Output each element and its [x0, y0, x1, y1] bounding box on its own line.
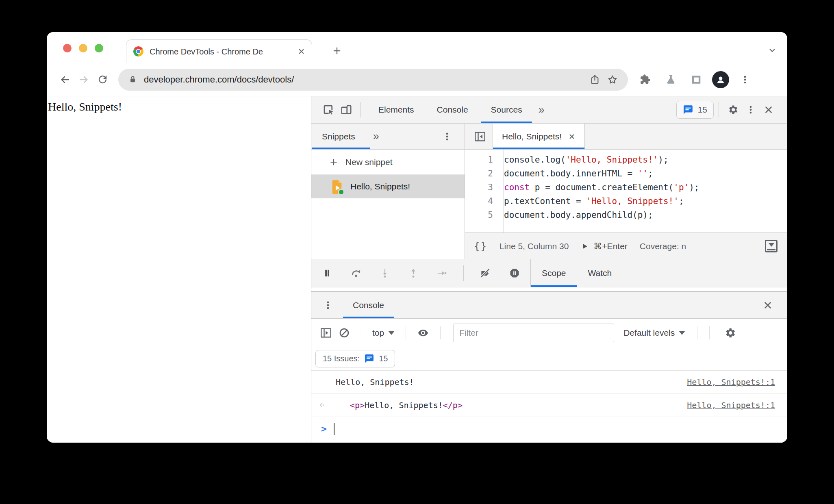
log-levels-selector[interactable]: Default levels [623, 328, 685, 338]
close-window-button[interactable] [63, 44, 72, 52]
source-location-link[interactable]: Hello, Snippets!:1 [687, 377, 775, 387]
drawer-gap [311, 287, 787, 291]
run-icon [581, 243, 588, 250]
divider [697, 326, 697, 339]
snippet-list-item[interactable]: Hello, Snippets! [311, 175, 465, 198]
forward-button[interactable] [74, 70, 93, 89]
quick-source-drawer-icon[interactable] [765, 240, 778, 252]
titlebar: Chrome DevTools - Chrome De [47, 32, 787, 63]
sources-main: New snippet Hello, Snippets! 1console.lo… [311, 150, 787, 259]
source-location-link[interactable]: Hello, Snippets!:1 [687, 400, 775, 410]
console-toolbar: top Default levels [311, 319, 787, 347]
issues-message-icon [364, 354, 374, 364]
console-settings-gear-icon[interactable] [724, 327, 736, 339]
line-number: 1 [465, 153, 498, 167]
debugger-bar: ScopeWatch [311, 259, 787, 287]
divider [406, 326, 406, 339]
code-line[interactable]: 2document.body.innerHTML = ''; [465, 167, 787, 180]
editor-tab[interactable]: Hello, Snippets! [493, 124, 585, 149]
code-line[interactable]: 3const p = document.createElement('p'); [465, 180, 787, 194]
issues-count: 15 [698, 105, 707, 115]
sources-subheader: Snippets » Hello, Snippets! [311, 124, 787, 150]
tab-close-icon[interactable] [298, 48, 305, 55]
code-line[interactable]: 4p.textContent = 'Hello, Snippets!'; [465, 194, 787, 208]
device-toolbar-icon[interactable] [337, 101, 355, 119]
extensions-puzzle-icon[interactable] [635, 70, 655, 89]
tab-elements[interactable]: Elements [367, 96, 426, 123]
inspect-element-icon[interactable] [319, 101, 337, 119]
tab-console-drawer[interactable]: Console [343, 292, 394, 318]
devtools-close-icon[interactable] [760, 101, 778, 119]
tab-console[interactable]: Console [426, 96, 480, 123]
new-snippet-button[interactable]: New snippet [311, 150, 465, 175]
zoom-window-button[interactable] [95, 44, 103, 52]
page-content: Hello, Snippets! [47, 96, 311, 443]
step-out-icon[interactable] [408, 268, 419, 278]
console-drawer: Console top [311, 291, 787, 443]
plus-icon [328, 157, 339, 167]
step-icon[interactable] [437, 268, 447, 278]
browser-window: Chrome DevTools - Chrome De developer.ch… [47, 32, 787, 443]
issues-counter-button[interactable]: 15 [676, 101, 714, 119]
console-sidebar-icon[interactable] [319, 326, 332, 339]
more-sidebar-tabs-chevron[interactable]: » [371, 130, 382, 143]
back-button[interactable] [56, 70, 74, 89]
drawer-close-icon[interactable] [759, 296, 777, 314]
divider [463, 265, 464, 281]
editor-tab-close-icon[interactable] [568, 133, 576, 140]
step-over-icon[interactable] [350, 267, 362, 279]
experiments-flask-icon[interactable] [661, 70, 680, 89]
divider [709, 326, 710, 339]
console-filter-input[interactable] [453, 324, 614, 342]
line-number: 2 [465, 167, 498, 180]
text-cursor [334, 423, 334, 435]
code-editor[interactable]: 1console.log('Hello, Snippets!');2docume… [465, 150, 787, 232]
snippet-file-icon [331, 180, 343, 194]
settings-gear-icon[interactable] [724, 101, 742, 119]
snippets-list: New snippet Hello, Snippets! [311, 150, 465, 259]
console-messages: Hello, Snippets!Hello, Snippets!:1‹·<p>H… [311, 371, 787, 417]
url-bar[interactable]: developer.chrome.com/docs/devtools/ [118, 69, 628, 91]
profile-avatar[interactable] [712, 71, 729, 88]
bookmark-star-icon[interactable] [607, 74, 618, 85]
snippet-saved-dot [338, 189, 345, 196]
pause-on-exceptions-icon[interactable] [509, 267, 520, 279]
browser-tab[interactable]: Chrome DevTools - Chrome De [126, 39, 312, 63]
context-selector[interactable]: top [372, 328, 395, 338]
drawer-menu-kebab-icon[interactable] [323, 300, 333, 311]
minimize-window-button[interactable] [79, 44, 87, 52]
line-number: 4 [465, 194, 498, 208]
navbar: developer.chrome.com/docs/devtools/ [47, 63, 787, 96]
browser-menu-kebab-icon[interactable] [735, 70, 755, 89]
issues-bar-button[interactable]: 15 Issues: 15 [315, 350, 395, 367]
tab-watch[interactable]: Watch [577, 259, 623, 287]
issues-bar-label: 15 Issues: [323, 354, 360, 363]
console-log-row: Hello, Snippets!Hello, Snippets!:1 [311, 371, 787, 394]
context-label: top [372, 328, 384, 338]
deactivate-breakpoints-icon[interactable] [480, 268, 491, 279]
reload-button[interactable] [93, 70, 112, 89]
side-panel-icon[interactable] [686, 70, 706, 89]
pretty-print-icon[interactable]: {} [474, 241, 487, 252]
code-line[interactable]: 1console.log('Hello, Snippets!'); [465, 153, 787, 167]
tab-search-chevron-icon[interactable] [768, 46, 777, 55]
step-into-icon[interactable] [380, 268, 390, 278]
tab-sources[interactable]: Sources [480, 96, 534, 123]
collapse-sidebar-icon[interactable] [471, 128, 489, 145]
navbar-right [635, 70, 755, 89]
snippets-menu-kebab-icon[interactable] [442, 131, 452, 142]
console-prompt[interactable]: > [311, 417, 787, 441]
devtools-menu-kebab-icon[interactable] [742, 101, 760, 119]
clear-console-icon[interactable] [339, 327, 350, 339]
code-line[interactable]: 5document.body.appendChild(p); [465, 208, 787, 222]
dropdown-arrow-icon [388, 331, 395, 335]
tab-snippets[interactable]: Snippets [311, 124, 371, 149]
tab-scope[interactable]: Scope [531, 259, 577, 287]
more-panels-chevron[interactable]: » [534, 104, 549, 116]
editor-statusbar: {} Line 5, Column 30 ⌘+Enter Coverage: n [465, 232, 787, 259]
new-tab-button[interactable] [331, 45, 343, 56]
share-icon[interactable] [589, 74, 600, 85]
live-expression-eye-icon[interactable] [417, 327, 429, 339]
traffic-lights [63, 44, 103, 52]
pause-script-icon[interactable] [322, 268, 332, 278]
